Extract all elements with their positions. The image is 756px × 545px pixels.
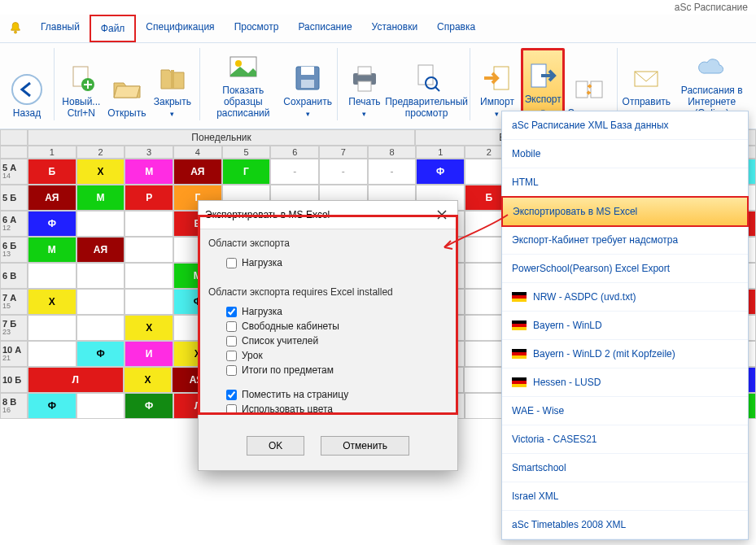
export-option[interactable]: WAE - Wise xyxy=(502,397,748,425)
schedule-cell[interactable]: Ф xyxy=(76,341,125,367)
export-option[interactable]: Hessen - LUSD xyxy=(502,368,748,397)
menu-item-файл[interactable]: Файл xyxy=(90,15,137,42)
schedule-cell[interactable] xyxy=(125,237,173,263)
schedule-cell[interactable]: - xyxy=(368,159,417,185)
checkbox-row[interactable]: Свободные кабинеты xyxy=(208,319,448,334)
menu-item-установки[interactable]: Установки xyxy=(362,15,427,42)
schedule-cell[interactable]: - xyxy=(319,159,368,185)
schedule-cell[interactable]: М xyxy=(76,185,125,211)
export-option[interactable]: PowerSchool(Pearson) Excel Export xyxy=(502,255,748,283)
checkbox-row[interactable]: Урок xyxy=(208,348,448,363)
row-label: 8 В16 xyxy=(0,393,28,419)
cancel-button[interactable]: Отменить xyxy=(321,436,409,456)
schedule-cell[interactable]: Ф xyxy=(28,211,76,237)
group-title: Области экспорта xyxy=(208,238,448,249)
schedule-cell[interactable]: АЯ xyxy=(28,185,76,211)
schedule-cell[interactable]: АЯ xyxy=(173,159,222,185)
export-option-label: aSc Расписание XML База данных xyxy=(512,120,669,131)
export-option[interactable]: NRW - ASDPC (uvd.txt) xyxy=(502,283,748,312)
close-button[interactable]: Закрыть▾ xyxy=(151,48,194,120)
new-button[interactable]: Новый...Ctrl+N xyxy=(59,48,103,120)
schedule-cell[interactable]: Х xyxy=(124,367,173,393)
export-option[interactable]: Mobile xyxy=(502,140,748,168)
checkbox-row[interactable]: Поместить на страницу xyxy=(208,387,448,402)
export-button[interactable]: Экспорт▾ xyxy=(521,48,565,120)
export-option[interactable]: aSc Расписание XML База данных xyxy=(502,111,748,140)
export-option[interactable]: Bayern - WinLD xyxy=(502,312,748,340)
export-option[interactable]: Экспорт-Кабинет требует надсмотра xyxy=(502,226,748,255)
export-option[interactable]: Israel XML xyxy=(502,482,748,511)
schedule-cell[interactable]: И xyxy=(125,341,173,367)
export-option[interactable]: Bayern - WinLD 2 (mit Kopfzeile) xyxy=(502,340,748,368)
schedule-cell[interactable] xyxy=(125,211,173,237)
export-option[interactable]: Smartschool xyxy=(502,454,748,482)
samples-button[interactable]: Показать образцырасписаний xyxy=(205,48,282,120)
checkbox[interactable] xyxy=(226,390,237,400)
schedule-cell[interactable] xyxy=(125,289,173,315)
checkbox-row[interactable]: Нагрузка xyxy=(208,304,448,319)
checkbox-row[interactable]: Нагрузка xyxy=(208,255,448,270)
schedule-cell[interactable] xyxy=(76,263,125,289)
import-button[interactable]: Импорт▾ xyxy=(475,48,519,120)
menu-item-расписание[interactable]: Расписание xyxy=(288,15,361,42)
svg-rect-9 xyxy=(301,80,314,88)
menu-item-справка[interactable]: Справка xyxy=(427,15,485,42)
open-button[interactable]: Открыть xyxy=(105,48,149,120)
menu-item-главный[interactable]: Главный xyxy=(31,15,90,42)
schedule-cell[interactable]: Р xyxy=(125,185,173,211)
schedule-cell[interactable] xyxy=(125,263,173,289)
checkbox[interactable] xyxy=(226,258,237,268)
schedule-cell[interactable]: - xyxy=(270,159,319,185)
schedule-cell[interactable] xyxy=(76,289,125,315)
save-button[interactable]: Сохранить▾ xyxy=(283,48,332,120)
schedule-cell[interactable]: Х xyxy=(125,315,173,341)
menubar: ГлавныйФайлСпецификацияПросмотрРасписани… xyxy=(0,15,756,43)
checkbox[interactable] xyxy=(226,365,237,376)
close-icon xyxy=(437,210,447,220)
schedule-cell[interactable]: Л xyxy=(28,367,124,393)
export-option[interactable]: HTML xyxy=(502,168,748,197)
export-option[interactable]: Экспортировать в MS Excel xyxy=(501,196,749,227)
schedule-cell[interactable] xyxy=(76,315,125,341)
menu-item-спецификация[interactable]: Спецификация xyxy=(136,15,224,42)
schedule-cell[interactable]: Ф xyxy=(416,159,465,185)
checkbox[interactable] xyxy=(226,307,237,317)
schedule-cell[interactable]: Х xyxy=(76,159,125,185)
ok-button[interactable]: OK xyxy=(247,436,304,456)
germany-flag-icon xyxy=(512,320,527,330)
svg-rect-8 xyxy=(301,67,314,75)
schedule-cell[interactable] xyxy=(76,211,125,237)
schedule-cell[interactable]: Ф xyxy=(28,393,76,419)
schedule-cell[interactable]: Б xyxy=(28,159,76,185)
checkbox[interactable] xyxy=(226,351,237,361)
export-option[interactable]: aSc Timetables 2008 XML xyxy=(502,511,748,539)
compare-button[interactable]: Сравнить xyxy=(566,48,611,120)
svg-point-1 xyxy=(12,75,42,104)
checkbox[interactable] xyxy=(226,404,237,415)
print-button[interactable]: Печать▾ xyxy=(343,48,387,120)
checkbox-row[interactable]: Итоги по предметам xyxy=(208,363,448,377)
checkbox-row[interactable]: Список учителей xyxy=(208,334,448,348)
checkbox-row[interactable]: Использовать цвета xyxy=(208,402,448,416)
checkbox[interactable] xyxy=(226,321,237,332)
schedule-cell[interactable]: М xyxy=(28,237,76,263)
schedule-cell[interactable] xyxy=(28,341,76,367)
schedule-cell[interactable] xyxy=(28,315,76,341)
online-button[interactable]: Расписания вИнтернете (Online) xyxy=(672,48,751,120)
schedule-cell[interactable]: Х xyxy=(28,289,76,315)
schedule-cell[interactable]: Г xyxy=(222,159,271,185)
folder-zip-icon xyxy=(155,61,190,95)
schedule-cell[interactable]: АЯ xyxy=(76,237,125,263)
menu-item-просмотр[interactable]: Просмотр xyxy=(225,15,289,42)
checkbox[interactable] xyxy=(226,336,237,347)
send-button[interactable]: Отправить▾ xyxy=(622,48,671,120)
close-button[interactable] xyxy=(433,206,451,224)
schedule-cell[interactable] xyxy=(28,263,76,289)
schedule-cell[interactable]: Ф xyxy=(125,393,173,419)
schedule-cell[interactable]: М xyxy=(125,159,173,185)
col-header: 8 xyxy=(368,146,417,159)
back-button[interactable]: Назад xyxy=(5,48,49,120)
schedule-cell[interactable] xyxy=(76,393,125,419)
export-option[interactable]: Victoria - CASES21 xyxy=(502,425,748,454)
preview-button[interactable]: Предварительныйпросмотр xyxy=(388,48,465,120)
